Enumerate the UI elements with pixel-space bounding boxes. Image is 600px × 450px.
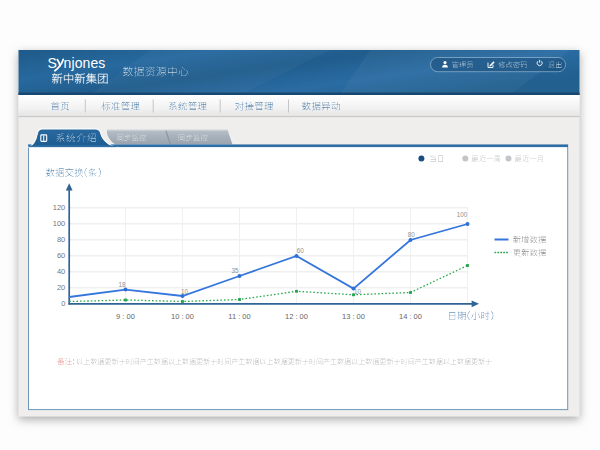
svg-text:40: 40 [57,267,65,276]
svg-text:14 : 00: 14 : 00 [399,312,422,321]
svg-text:100: 100 [53,219,66,228]
svg-text:80: 80 [57,235,65,244]
svg-text:80: 80 [408,231,416,238]
svg-text:20: 20 [57,283,65,292]
svg-text:S: S [48,55,57,71]
svg-text:100: 100 [457,211,468,218]
svg-text:60: 60 [297,247,305,254]
svg-text:0: 0 [61,299,65,308]
svg-text:60: 60 [57,251,65,260]
svg-text:njones: njones [64,55,106,71]
svg-text:13 : 00: 13 : 00 [342,312,365,321]
svg-text:10: 10 [181,288,189,295]
svg-text:35: 35 [231,267,239,274]
svg-text:12 : 00: 12 : 00 [285,312,308,321]
svg-text:18: 18 [118,281,126,288]
svg-text:10 : 00: 10 : 00 [171,312,194,321]
svg-text:10: 10 [354,288,362,295]
svg-text:11 : 00: 11 : 00 [228,312,250,321]
svg-text:9 : 00: 9 : 00 [116,312,135,321]
svg-text:120: 120 [53,203,66,212]
